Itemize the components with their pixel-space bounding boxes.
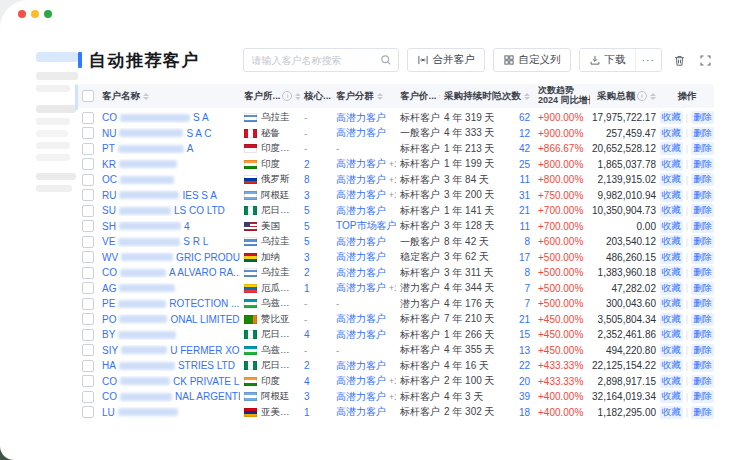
fullscreen-button[interactable] — [696, 51, 714, 69]
customer-name-link[interactable]: COA ALVARO RA... — [98, 267, 240, 278]
purchase-count-value[interactable]: 8 — [524, 267, 530, 278]
segment-link[interactable]: 高潜力客户 — [336, 374, 386, 388]
favorite-button[interactable]: 收藏 — [660, 328, 683, 341]
delete-button[interactable]: 删除 — [691, 359, 714, 372]
segment-link[interactable]: 高潜力客户 — [336, 111, 386, 125]
core-count-value[interactable]: 1 — [304, 407, 310, 418]
purchase-count-value[interactable]: 8 — [524, 236, 530, 247]
info-icon[interactable]: i — [282, 91, 292, 101]
sort-caret-icon[interactable] — [524, 93, 530, 100]
delete-button[interactable]: 删除 — [691, 189, 714, 202]
favorite-button[interactable]: 收藏 — [660, 173, 683, 186]
customer-name-link[interactable]: LU — [98, 407, 240, 418]
sidebar-item[interactable] — [36, 105, 76, 113]
favorite-button[interactable]: 收藏 — [660, 142, 683, 155]
zoom-window-button[interactable] — [44, 10, 52, 18]
core-count-value[interactable]: 3 — [304, 252, 310, 263]
column-header-count[interactable]: 采购总次数 — [496, 90, 534, 103]
row-checkbox[interactable] — [82, 158, 94, 170]
favorite-button[interactable]: 收藏 — [660, 220, 683, 233]
purchase-count-value[interactable]: 62 — [519, 112, 530, 123]
customer-name-link[interactable]: HASTRIES LTD — [98, 360, 240, 371]
row-checkbox[interactable] — [82, 329, 94, 341]
favorite-button[interactable]: 收藏 — [660, 359, 683, 372]
customer-name-link[interactable]: WVGRIC PRODU... — [98, 252, 240, 263]
purchase-count-value[interactable]: 15 — [519, 329, 530, 340]
select-all-checkbox[interactable] — [82, 90, 94, 102]
merge-customers-button[interactable]: 合并客户 — [407, 48, 485, 72]
trash-button[interactable] — [670, 51, 688, 69]
column-header-trend[interactable]: 次数趋势2024 同比增长率 — [534, 86, 590, 106]
delete-button[interactable]: 删除 — [691, 390, 714, 403]
row-checkbox[interactable] — [82, 127, 94, 139]
core-count-value[interactable]: 3 — [304, 190, 310, 201]
favorite-button[interactable]: 收藏 — [660, 390, 683, 403]
customer-name-link[interactable]: KR — [98, 159, 240, 170]
delete-button[interactable]: 删除 — [691, 344, 714, 357]
segment-link[interactable]: 高潜力客户 — [336, 281, 386, 295]
core-count-value[interactable]: 5 — [304, 236, 310, 247]
core-count-value[interactable]: 1 — [304, 283, 310, 294]
row-checkbox[interactable] — [82, 282, 94, 294]
column-header-value[interactable]: 客户价... — [396, 90, 440, 103]
row-checkbox[interactable] — [82, 267, 94, 279]
core-count-value[interactable]: 5 — [304, 205, 310, 216]
purchase-count-value[interactable]: 20 — [519, 376, 530, 387]
favorite-button[interactable]: 收藏 — [660, 127, 683, 140]
segment-link[interactable]: 高潜力客户 — [336, 157, 386, 171]
segment-link[interactable]: 高潜力客户 — [336, 126, 386, 140]
purchase-count-value[interactable]: 22 — [519, 360, 530, 371]
segment-link[interactable]: 高潜力客户 — [336, 312, 386, 326]
row-checkbox[interactable] — [82, 313, 94, 325]
purchase-count-value[interactable]: 17 — [519, 252, 530, 263]
favorite-button[interactable]: 收藏 — [660, 189, 683, 202]
delete-button[interactable]: 删除 — [691, 235, 714, 248]
customer-name-link[interactable]: POONAL LIMITED — [98, 314, 240, 325]
sidebar-item[interactable] — [36, 72, 78, 80]
delete-button[interactable]: 删除 — [691, 173, 714, 186]
row-checkbox[interactable] — [82, 360, 94, 372]
favorite-button[interactable]: 收藏 — [660, 158, 683, 171]
core-count-value[interactable]: 4 — [304, 329, 310, 340]
core-count-value[interactable]: 2 — [304, 267, 310, 278]
sidebar-item[interactable] — [36, 185, 72, 192]
segment-link[interactable]: 高潜力客户 — [336, 235, 386, 249]
info-icon[interactable]: i — [637, 91, 647, 101]
row-checkbox[interactable] — [82, 375, 94, 387]
favorite-button[interactable]: 收藏 — [660, 344, 683, 357]
purchase-count-value[interactable]: 18 — [519, 407, 530, 418]
core-count-value[interactable]: 4 — [304, 376, 310, 387]
customer-name-link[interactable]: BY — [98, 329, 240, 340]
delete-button[interactable]: 删除 — [691, 142, 714, 155]
customer-name-link[interactable]: VES R L — [98, 236, 240, 247]
customer-name-link[interactable]: RUIES S A — [98, 190, 240, 201]
search-input[interactable] — [250, 54, 380, 67]
delete-button[interactable]: 删除 — [691, 158, 714, 171]
customer-name-link[interactable]: AG — [98, 283, 240, 294]
column-header-segment[interactable]: 客户分群 — [332, 90, 396, 103]
segment-link[interactable]: 高潜力客户 — [336, 188, 386, 202]
core-count-value[interactable]: 3 — [304, 391, 310, 402]
column-header-country[interactable]: 客户所...i — [240, 90, 300, 103]
purchase-count-value[interactable]: 31 — [519, 190, 530, 201]
delete-button[interactable]: 删除 — [691, 251, 714, 264]
sort-caret-icon[interactable] — [377, 93, 383, 100]
customer-name-link[interactable]: SH4 — [98, 221, 240, 232]
row-checkbox[interactable] — [82, 236, 94, 248]
download-button[interactable]: 下载 — [580, 49, 635, 71]
sidebar-item[interactable] — [36, 142, 70, 149]
column-header-duration[interactable]: 采购持续时间 — [440, 90, 496, 103]
segment-link[interactable]: 高潜力客户 — [336, 390, 386, 404]
segment-link[interactable]: 高潜力客户 — [336, 328, 386, 342]
sidebar-item[interactable] — [36, 130, 68, 137]
column-header-name[interactable]: 客户名称 — [98, 90, 240, 103]
segment-link[interactable]: TOP市场客户 — [336, 219, 396, 233]
purchase-count-value[interactable]: 39 — [519, 391, 530, 402]
sort-caret-icon[interactable] — [650, 93, 656, 100]
customer-name-link[interactable]: OC — [98, 174, 240, 185]
column-header-core[interactable]: 核心... — [300, 90, 332, 103]
sidebar-item-active[interactable] — [36, 52, 78, 62]
purchase-count-value[interactable]: 12 — [519, 128, 530, 139]
customer-name-link[interactable]: CONAL ARGENTI... — [98, 391, 240, 402]
customer-name-link[interactable]: COCK PRIVATE LI... — [98, 376, 240, 387]
